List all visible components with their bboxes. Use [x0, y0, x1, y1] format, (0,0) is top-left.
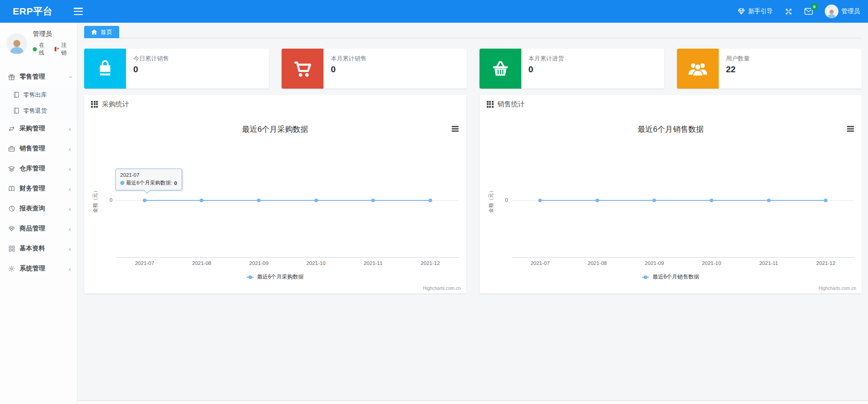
sidebar-item-retail-return[interactable]: 零售退货	[0, 103, 77, 119]
sidebar-item-reports[interactable]: 报表查询 ‹	[0, 199, 77, 219]
sidebar-item-warehouse[interactable]: 仓库管理 ‹	[0, 159, 77, 179]
highcharts-credits[interactable]: Highcharts.com.cn	[818, 286, 856, 291]
sidebar-toggle-icon[interactable]	[74, 8, 83, 15]
stat-label: 用户数量	[726, 55, 750, 63]
legend-item[interactable]: 最近6个月销售数据	[480, 273, 862, 281]
tooltip-header: 2021-07	[120, 172, 177, 178]
y-axis-tick: 0	[493, 197, 508, 203]
gear-icon	[8, 265, 15, 272]
chevron-left-icon: ‹	[69, 125, 71, 132]
x-tick-label: 2021-08	[588, 260, 607, 266]
x-tick-label: 2021-07	[530, 260, 550, 266]
stat-cards: 今日累计销售 0 本月累计销售 0	[84, 49, 862, 89]
messages-button[interactable]: 0	[804, 8, 813, 15]
x-tick-label: 2021-10	[702, 260, 721, 266]
stat-card-user-count: 用户数量 22	[677, 49, 862, 89]
data-point[interactable]	[371, 199, 375, 202]
sidebar-item-goods[interactable]: 商品管理 ‹	[0, 219, 77, 239]
book-icon	[8, 185, 15, 192]
chart-context-menu-button[interactable]	[452, 126, 459, 133]
data-point[interactable]	[143, 199, 146, 202]
sidebar-item-finance[interactable]: 财务管理 ‹	[0, 179, 77, 199]
stat-label: 本月累计销售	[331, 55, 366, 63]
tooltip-label: 最近6个月采购数据:	[126, 180, 172, 186]
sidebar-item-system[interactable]: 系统管理 ‹	[0, 259, 77, 279]
x-axis-labels: 2021-07 2021-08 2021-09 2021-10 2021-11 …	[512, 260, 855, 267]
logout-link[interactable]: 注销	[54, 41, 71, 57]
sidebar-item-label: 系统管理	[20, 264, 45, 273]
x-tick-label: 2021-11	[363, 260, 382, 266]
stat-value: 22	[726, 65, 750, 75]
user-avatar	[825, 5, 838, 18]
data-point[interactable]	[200, 199, 203, 202]
user-menu[interactable]: 管理员	[825, 5, 860, 18]
chart-title: 最近6个月销售数据	[480, 124, 862, 135]
chevron-left-icon: ‹	[69, 225, 71, 232]
x-tick-label: 2021-10	[306, 260, 325, 266]
stat-label: 本月累计进货	[529, 55, 564, 63]
sidebar-user-name: 管理员	[33, 30, 71, 38]
box-icon	[8, 225, 15, 232]
legend-label: 最近6个月销售数据	[652, 273, 699, 281]
file-icon	[13, 108, 20, 114]
tab-home-label: 首页	[101, 28, 112, 36]
data-point[interactable]	[824, 199, 828, 202]
chevron-left-icon: ‹	[69, 205, 71, 212]
shopping-bag-icon	[95, 58, 116, 79]
legend-marker-icon	[247, 275, 254, 279]
data-point[interactable]	[710, 199, 713, 202]
grid-icon	[8, 245, 15, 252]
stat-card-month-sales: 本月累计销售 0	[282, 49, 466, 89]
highcharts-credits[interactable]: Highcharts.com.cn	[423, 286, 461, 291]
stat-value: 0	[133, 65, 169, 75]
data-point[interactable]	[538, 199, 542, 202]
mail-badge: 0	[811, 4, 817, 10]
legend-label: 最近6个月采购数据	[257, 273, 304, 281]
x-tick-label: 2021-12	[816, 260, 835, 266]
sidebar-item-label: 零售出库	[23, 91, 47, 99]
purchase-stats-panel: 采购统计 最近6个月采购数据 金额（元） 0	[84, 95, 466, 294]
data-point[interactable]	[257, 199, 261, 202]
shopping-basket-icon	[490, 59, 511, 79]
sidebar-item-purchase[interactable]: 采购管理 ‹	[0, 119, 77, 139]
chevron-left-icon: ‹	[69, 265, 71, 272]
guide-label: 新手引导	[748, 7, 773, 15]
users-icon	[687, 59, 709, 79]
purchase-chart: 最近6个月采购数据 金额（元） 0 2021-	[84, 113, 466, 294]
legend-item[interactable]: 最近6个月采购数据	[84, 273, 466, 281]
app-brand: ERP平台	[0, 5, 68, 18]
x-tick-label: 2021-09	[645, 260, 664, 266]
gem-icon	[737, 8, 745, 15]
data-point[interactable]	[767, 199, 771, 202]
tab-home[interactable]: 首页	[84, 26, 119, 38]
shopping-cart-icon	[292, 59, 313, 79]
fullscreen-button[interactable]	[785, 8, 792, 15]
sidebar-item-basic-data[interactable]: 基本资料 ‹	[0, 239, 77, 259]
data-point[interactable]	[429, 199, 432, 202]
sidebar-item-retail-outbound[interactable]: 零售出库	[0, 87, 77, 103]
sidebar-item-label: 零售退货	[23, 107, 47, 115]
data-point[interactable]	[652, 199, 656, 202]
sidebar-item-label: 零售管理	[20, 73, 45, 81]
sales-stats-panel: 销售统计 最近6个月销售数据 金额（元） 0	[480, 95, 862, 294]
chart-context-menu-button[interactable]	[847, 126, 854, 133]
sign-out-icon	[54, 46, 59, 52]
panel-title: 采购统计	[102, 100, 129, 109]
sidebar-item-sales[interactable]: 销售管理 ‹	[0, 139, 77, 159]
sidebar-menu: 零售管理 ‹ 零售出库 零售退货	[0, 67, 77, 279]
x-tick-label: 2021-11	[759, 260, 778, 266]
series-line	[145, 200, 430, 201]
data-point[interactable]	[595, 199, 599, 202]
stat-card-today-sales: 今日累计销售 0	[84, 49, 269, 89]
sidebar-item-label: 商品管理	[20, 224, 45, 233]
th-grid-icon	[91, 101, 98, 108]
user-name: 管理员	[842, 7, 860, 15]
file-icon	[13, 92, 20, 98]
guide-button[interactable]: 新手引导	[737, 7, 773, 15]
y-axis-tick: 0	[97, 197, 112, 203]
sidebar: 管理员 在线 注销 零售管理 ‹	[0, 23, 77, 404]
sidebar-item-retail[interactable]: 零售管理 ‹	[0, 67, 77, 87]
home-icon	[91, 29, 97, 35]
data-point[interactable]	[314, 199, 318, 202]
series-marker-icon	[120, 181, 124, 185]
